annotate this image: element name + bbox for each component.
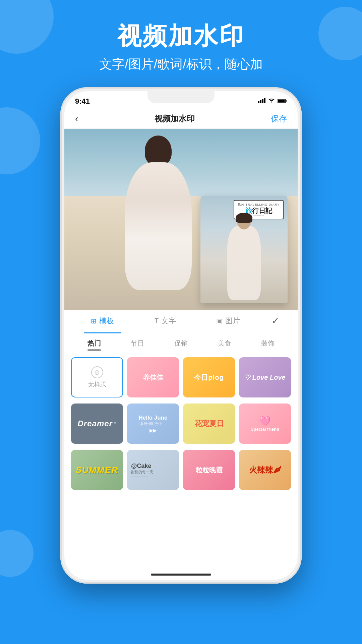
category-holiday[interactable]: 节日 bbox=[116, 337, 160, 351]
template-love[interactable]: ♡ Love Love bbox=[239, 357, 291, 397]
header-subtitle: 文字/图片/歌词/标识，随心加 bbox=[0, 56, 362, 73]
svg-rect-0 bbox=[258, 101, 259, 103]
battery-icon bbox=[278, 98, 287, 105]
template-grid-row1: ⊘ 无样式 养佳佳 今日plog ♡ Love Love bbox=[64, 353, 298, 401]
phone-screen: 9:41 bbox=[64, 91, 298, 580]
svg-rect-2 bbox=[262, 99, 263, 103]
person-head bbox=[145, 136, 172, 166]
cake-divider bbox=[131, 477, 148, 477]
category-hot[interactable]: 热门 bbox=[72, 337, 116, 351]
phone-outer: 9:41 bbox=[60, 87, 302, 584]
template-grid-row3: SUMMER @Cake 甜甜的每一天 粒粒晚霞 火辣辣🌶 bbox=[64, 446, 298, 494]
huachong-text: 花宠夏日 bbox=[194, 419, 224, 429]
hello-june-play: ▶▶ bbox=[139, 428, 168, 433]
lala-text: 火辣辣🌶 bbox=[249, 465, 281, 475]
template-cake[interactable]: @Cake 甜甜的每一天 bbox=[127, 450, 179, 490]
template-yangjia[interactable]: 养佳佳 bbox=[127, 357, 179, 397]
special-text: Special friend bbox=[251, 427, 279, 432]
love-text: ♡ Love Love bbox=[244, 373, 285, 381]
svg-rect-5 bbox=[286, 100, 287, 102]
status-icons bbox=[258, 98, 287, 105]
check-icon: ✓ bbox=[272, 315, 279, 326]
save-button[interactable]: 保存 bbox=[271, 113, 287, 124]
mini-person-head bbox=[237, 214, 251, 229]
category-promo[interactable]: 促销 bbox=[159, 337, 203, 351]
template-special[interactable]: 🩷 Special friend bbox=[239, 404, 291, 444]
special-heart-icon: 🩷 bbox=[251, 416, 279, 427]
bg-decoration-4 bbox=[0, 530, 34, 577]
bg-decoration-3 bbox=[0, 107, 40, 174]
hello-june-sub: 夏日慢时光中… bbox=[139, 421, 168, 426]
tab-text-label: 文字 bbox=[161, 316, 176, 326]
video-preview: 我的 TRAVELLING DIARY 旅行日記 MINIMUN bbox=[64, 129, 298, 310]
summer-text: SUMMER bbox=[76, 465, 119, 475]
video-background: 我的 TRAVELLING DIARY 旅行日記 MINIMUN bbox=[64, 129, 298, 310]
watermark-card-inner: 我的 TRAVELLING DIARY 旅行日記 MINIMUN bbox=[200, 196, 288, 303]
special-content: 🩷 Special friend bbox=[251, 416, 279, 432]
hello-june-content: Hello June 夏日慢时光中… ▶▶ bbox=[139, 415, 168, 433]
dreamer-text: Dreamer" bbox=[78, 419, 117, 428]
nav-title: 视频加水印 bbox=[155, 113, 195, 124]
category-decor[interactable]: 装饰 bbox=[246, 337, 290, 351]
svg-rect-1 bbox=[260, 100, 261, 103]
home-indicator bbox=[151, 574, 211, 576]
category-food[interactable]: 美食 bbox=[203, 337, 246, 351]
toolbar: ⊞ 模板 T 文字 ▣ 图片 ✓ bbox=[64, 310, 298, 332]
status-time: 9:41 bbox=[75, 97, 90, 106]
template-lili[interactable]: 粒粒晚霞 bbox=[183, 450, 235, 490]
template-lala[interactable]: 火辣辣🌶 bbox=[239, 450, 291, 490]
tab-template[interactable]: ⊞ 模板 bbox=[71, 313, 134, 329]
cake-sub: 甜甜的每一天 bbox=[131, 470, 153, 475]
template-summer[interactable]: SUMMER bbox=[71, 450, 123, 490]
mini-person-figure bbox=[227, 226, 261, 300]
template-today-plog[interactable]: 今日plog bbox=[183, 357, 235, 397]
phone-notch bbox=[147, 91, 215, 103]
template-icon: ⊞ bbox=[91, 317, 97, 325]
header-title: 视频加水印 bbox=[0, 20, 362, 52]
tab-image-label: 图片 bbox=[225, 316, 240, 326]
cake-content: @Cake 甜甜的每一天 bbox=[131, 463, 153, 477]
nav-bar: ‹ 视频加水印 保存 bbox=[64, 109, 298, 129]
hello-june-title: Hello June bbox=[139, 415, 168, 421]
phone-mockup: 9:41 bbox=[60, 87, 302, 584]
cake-title: @Cake bbox=[131, 463, 153, 470]
lili-text: 粒粒晚霞 bbox=[196, 466, 223, 475]
today-plog-text: 今日plog bbox=[194, 373, 224, 382]
template-dreamer[interactable]: Dreamer" bbox=[71, 404, 123, 444]
mini-person-hair bbox=[236, 213, 252, 223]
no-style-icon: ⊘ bbox=[91, 366, 103, 378]
tab-text[interactable]: T 文字 bbox=[134, 313, 196, 329]
header-section: 视频加水印 文字/图片/歌词/标识，随心加 bbox=[0, 20, 362, 73]
category-tabs: 热门 节日 促销 美食 装饰 bbox=[64, 332, 298, 353]
confirm-button[interactable]: ✓ bbox=[259, 315, 291, 326]
signal-icon bbox=[258, 98, 265, 105]
template-no-style[interactable]: ⊘ 无样式 bbox=[71, 357, 123, 397]
back-button[interactable]: ‹ bbox=[75, 113, 78, 124]
image-icon: ▣ bbox=[216, 317, 223, 325]
yangjia-text: 养佳佳 bbox=[143, 373, 163, 382]
template-huachong[interactable]: 花宠夏日 bbox=[183, 404, 235, 444]
template-hello-june[interactable]: Hello June 夏日慢时光中… ▶▶ bbox=[127, 404, 179, 444]
no-style-label: 无样式 bbox=[88, 380, 106, 388]
svg-rect-6 bbox=[278, 100, 285, 102]
template-grid-row2: Dreamer" Hello June 夏日慢时光中… ▶▶ 花宠夏日 bbox=[64, 399, 298, 448]
watermark-stamp-top: 我的 TRAVELLING DIARY bbox=[238, 203, 280, 207]
person-body bbox=[125, 162, 192, 290]
tab-image[interactable]: ▣ 图片 bbox=[197, 313, 259, 329]
svg-rect-3 bbox=[264, 98, 265, 103]
wifi-icon bbox=[268, 98, 275, 105]
text-icon: T bbox=[155, 317, 159, 325]
tab-template-label: 模板 bbox=[99, 316, 114, 326]
watermark-overlay-card[interactable]: 我的 TRAVELLING DIARY 旅行日記 MINIMUN bbox=[200, 196, 288, 303]
person-figure bbox=[125, 162, 192, 290]
